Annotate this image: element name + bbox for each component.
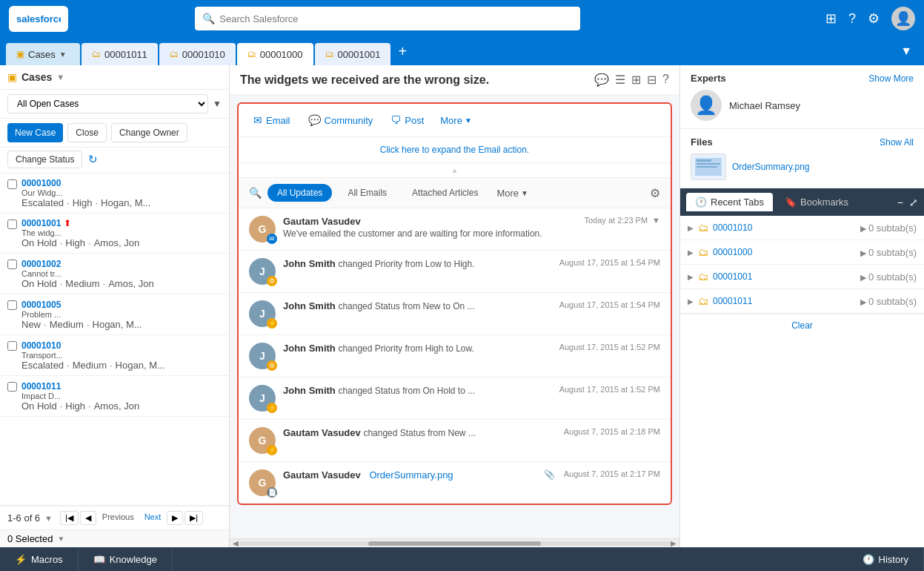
show-more-link[interactable]: Show More [868,73,914,84]
post-tab[interactable]: 🗨 Post [386,111,428,129]
email-expand[interactable]: Click here to expand the Email action. [239,137,671,163]
cases-filter-select[interactable]: All Open Cases [7,94,208,113]
help-icon[interactable]: ? [848,11,856,27]
new-case-button[interactable]: New Case [7,123,63,142]
pag-prev-button[interactable]: ◀ [80,511,96,525]
filter-dropdown-icon[interactable]: ▼ [213,99,222,109]
scroll-left-arrow[interactable]: ◀ [233,539,239,547]
filter-more[interactable]: More ▼ [496,188,528,199]
filter-search-icon[interactable]: 🔍 [249,187,262,199]
case-row[interactable]: 00001011 Impact D... On Hold · High · Am… [0,376,229,417]
case-checkbox-00001000[interactable] [7,179,17,189]
case-info: 00001011 Impact D... On Hold · High · Am… [21,380,222,412]
macros-button[interactable]: ⚡ Macros [0,547,79,571]
pag-first-button[interactable]: |◀ [60,511,79,525]
refresh-icon[interactable]: ↻ [88,153,98,166]
all-updates-tab[interactable]: All Updates [267,184,332,202]
case-checkbox-00001002[interactable] [7,260,17,269]
user-avatar[interactable]: 👤 [891,7,915,30]
feed-entry-header: Gautam Vasudev OrderSummary.png 📎 August… [283,469,660,481]
case-checkbox-00001005[interactable] [7,300,17,310]
feed-message: We've emailed the customer and are waiti… [283,228,660,239]
case-subject: Impact D... [21,392,125,400]
list-icon[interactable]: ☰ [615,73,625,87]
tab-00001010[interactable]: 🗂 00001010 [159,43,236,65]
pag-next-label[interactable]: Next [140,511,166,525]
filter-tabs: 🔍 All Updates All Emails Attached Articl… [239,178,671,208]
entry-more-icon[interactable]: ▼ [652,216,660,225]
rtab-name: 00001001 [713,271,856,282]
feed-file-link[interactable]: OrderSummary.png [369,469,453,481]
tab-icon-4: 🗂 [325,49,334,59]
show-all-link[interactable]: Show All [880,137,914,148]
pagination-dropdown-icon[interactable]: ▼ [44,514,53,523]
tab-bar: ▣ Cases ▼ 🗂 00001011 🗂 00001010 🗂 000010… [0,37,924,65]
tab-add-button[interactable]: + [392,40,413,63]
scroll-right-arrow[interactable]: ▶ [671,539,677,547]
case-checkbox-00001010[interactable] [7,341,17,351]
recent-tab-item[interactable]: ▶ 🗂 00001010 ▶ 0 subtab(s) [680,216,924,240]
minimize-icon[interactable]: − [897,197,903,208]
change-status-button[interactable]: Change Status [7,151,82,168]
case-status: Escalated [21,360,64,371]
recent-tab-item[interactable]: ▶ 🗂 00001011 ▶ 0 subtab(s) [680,289,924,314]
grid-view-icon[interactable]: ⊞ [631,73,641,87]
tab-cases[interactable]: ▣ Cases ▼ [6,43,80,65]
tab-00001001[interactable]: 🗂 00001001 [315,43,391,65]
history-button[interactable]: 🕐 History [848,547,924,571]
scroll-track[interactable] [239,541,671,546]
case-subject: Transport... [21,351,125,360]
case-row[interactable]: 00001005 Problem ... New · Medium · Hoga… [0,294,229,335]
case-row[interactable]: 00001002 Cannot tr... On Hold · Medium ·… [0,254,229,294]
comment-icon[interactable]: 💬 [594,73,609,87]
left-sidebar: ▣ Cases ▼ All Open Cases ▼ New Case Clos… [0,65,230,547]
file-name[interactable]: OrderSummary.png [732,162,809,172]
case-checkbox-00001001[interactable] [7,220,17,229]
pag-next-button[interactable]: ▶ [167,511,183,525]
scroll-thumb[interactable] [368,541,541,546]
tab-00001001-label: 00001001 [338,49,381,60]
search-input[interactable] [219,13,573,24]
case-subject: Our Widg... [21,188,125,197]
horizontal-scrollbar[interactable]: ◀ ▶ [230,538,679,547]
attached-articles-tab[interactable]: Attached Articles [402,184,488,202]
recent-tabs-button[interactable]: 🕐 Recent Tabs [686,193,773,211]
filter-settings-icon[interactable]: ⚙ [650,186,660,200]
more-tab[interactable]: More ▼ [440,115,472,126]
tab-00001000[interactable]: 🗂 00001000 [237,43,313,65]
case-number: 00001002 [21,259,61,269]
close-button[interactable]: Close [67,123,107,142]
tab-cases-label: Cases [28,49,56,60]
bookmarks-button[interactable]: 🔖 Bookmarks [776,193,857,211]
tab-00001011[interactable]: 🗂 00001011 [82,43,158,65]
community-tab[interactable]: 💬 Community [304,111,378,129]
recent-tab-item[interactable]: ▶ 🗂 00001000 ▶ 0 subtab(s) [680,240,924,265]
tab-overflow-button[interactable]: ▼ [894,42,918,61]
expert-avatar: 👤 [691,90,722,121]
case-meta: On Hold · Medium · Amos, Jon [21,278,222,289]
expand-icon[interactable]: ⤢ [909,197,918,208]
help-case-icon[interactable]: ? [662,73,669,87]
cases-dropdown-icon[interactable]: ▼ [59,50,67,59]
email-tab[interactable]: ✉ Email [249,111,295,129]
knowledge-button[interactable]: 📖 Knowledge [79,547,173,571]
all-emails-tab[interactable]: All Emails [338,184,396,202]
rtab-folder-icon: 🗂 [698,246,708,258]
clear-button[interactable]: Clear [680,314,924,337]
sidebar-dropdown-icon[interactable]: ▼ [56,73,64,82]
recent-tab-item[interactable]: ▶ 🗂 00001001 ▶ 0 subtab(s) [680,265,924,289]
case-checkbox-00001011[interactable] [7,382,17,392]
settings-icon[interactable]: ⚙ [868,10,880,27]
attachment-icon: 📎 [544,469,555,480]
change-owner-button[interactable]: Change Owner [111,123,187,142]
split-view-icon[interactable]: ⊟ [647,73,657,87]
case-row[interactable]: 00001010 Transport... Escalated · Medium… [0,335,229,376]
feed-content: John Smith changed Status from On Hold t… [283,385,660,396]
grid-icon[interactable]: ⊞ [825,10,837,27]
search-bar[interactable]: 🔍 [195,7,580,30]
case-row[interactable]: 00001001 ⬆ The widg... On Hold · High · … [0,214,229,254]
feed-author-action: Gautam Vasudev OrderSummary.png [283,469,539,481]
pag-last-button[interactable]: ▶| [185,511,203,525]
selected-dropdown-icon[interactable]: ▼ [57,535,64,543]
case-row[interactable]: 00001000 Our Widg... Escalated · High · … [0,174,229,214]
